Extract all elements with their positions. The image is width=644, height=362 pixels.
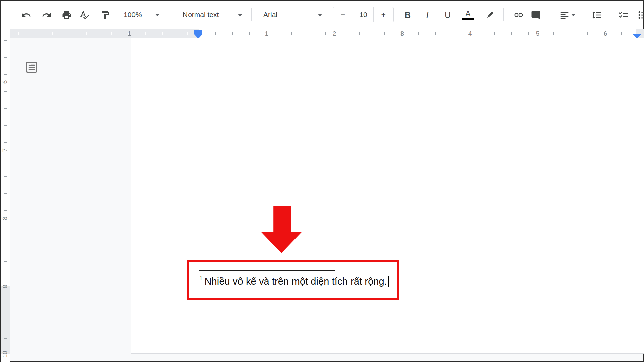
toolbar-divider (251, 8, 252, 21)
paint-format-icon (100, 10, 110, 20)
ruler-number: 10 (1, 348, 9, 361)
chevron-down-icon[interactable] (155, 14, 160, 16)
ruler-number: 6 (601, 30, 609, 37)
ruler-number: 9 (1, 280, 9, 293)
redo-button[interactable] (41, 9, 53, 21)
font-family-select[interactable]: Arial (263, 11, 277, 19)
toolbar-divider (549, 8, 549, 21)
align-left-icon (559, 10, 570, 20)
toolbar-divider (171, 8, 171, 21)
google-docs-window: 100% Normal text Arial − 10 + B I U A (0, 0, 644, 362)
underline-button[interactable]: U (442, 9, 454, 21)
toolbar-divider (503, 8, 504, 21)
insert-link-button[interactable] (513, 9, 525, 21)
toolbar-divider (118, 8, 118, 21)
paint-format-button[interactable] (99, 9, 111, 21)
bulleted-list-button[interactable] (637, 9, 644, 21)
line-spacing-button[interactable] (591, 9, 603, 21)
decrease-font-size-button[interactable]: − (333, 7, 353, 22)
line-spacing-icon (592, 10, 602, 20)
text-color-button[interactable]: A (462, 9, 474, 21)
add-comment-button[interactable] (530, 9, 542, 21)
left-indent-marker[interactable] (194, 34, 203, 39)
spell-check-icon (79, 10, 90, 20)
ruler-ticks (10, 32, 199, 35)
text-color-swatch (462, 18, 474, 20)
zoom-select[interactable]: 100% (124, 11, 142, 19)
vertical-ruler: 6 7 8 9 10 (1, 38, 10, 362)
link-icon (514, 10, 524, 20)
highlighter-icon (485, 10, 495, 20)
chevron-down-icon[interactable] (238, 14, 243, 16)
ruler-number: 6 (1, 75, 9, 89)
ruler-number: 1 (263, 30, 271, 37)
checklist-icon (619, 10, 629, 20)
ruler-number: 8 (1, 212, 9, 225)
italic-icon: I (426, 10, 429, 20)
checklist-button[interactable] (618, 9, 630, 21)
paragraph-styles-select[interactable]: Normal text (183, 11, 219, 19)
right-indent-marker[interactable] (633, 34, 641, 39)
increase-font-size-button[interactable]: + (374, 7, 393, 22)
ruler-number: 1 (125, 30, 133, 37)
bold-icon: B (405, 10, 411, 20)
underline-icon: U (445, 10, 451, 20)
undo-icon (21, 10, 31, 20)
toolbar-divider (611, 8, 611, 21)
chevron-down-icon[interactable] (318, 14, 322, 16)
toolbar: 100% Normal text Arial − 10 + B I U A (1, 1, 643, 28)
highlight-color-button[interactable] (484, 9, 496, 21)
ruler-number: 7 (1, 143, 9, 157)
toolbar-divider (583, 8, 583, 21)
italic-button[interactable]: I (421, 9, 433, 21)
chevron-down-icon[interactable] (571, 14, 576, 16)
ruler-number: 5 (534, 30, 542, 37)
document-page[interactable] (131, 38, 644, 354)
bold-button[interactable]: B (401, 9, 414, 21)
add-comment-icon (531, 10, 541, 20)
ruler-number: 4 (466, 30, 474, 37)
redo-icon (42, 10, 52, 20)
print-icon (62, 10, 72, 20)
print-button[interactable] (61, 9, 73, 21)
annotation-highlight-box (187, 260, 399, 300)
font-size-group: − 10 + (333, 7, 394, 22)
first-line-indent-marker[interactable] (194, 30, 202, 34)
horizontal-ruler: 1 1 2 3 4 5 6 (1, 29, 643, 38)
ruler-number: 3 (398, 30, 406, 37)
undo-button[interactable] (20, 9, 32, 21)
bulleted-list-icon (638, 10, 644, 20)
font-size-input[interactable]: 10 (353, 7, 373, 22)
text-color-icon: A (465, 10, 470, 17)
document-outline-icon (25, 61, 38, 74)
spell-check-button[interactable] (78, 9, 91, 21)
document-outline-button[interactable] (24, 60, 39, 75)
ruler-number: 2 (330, 30, 338, 37)
align-button[interactable] (558, 9, 571, 21)
